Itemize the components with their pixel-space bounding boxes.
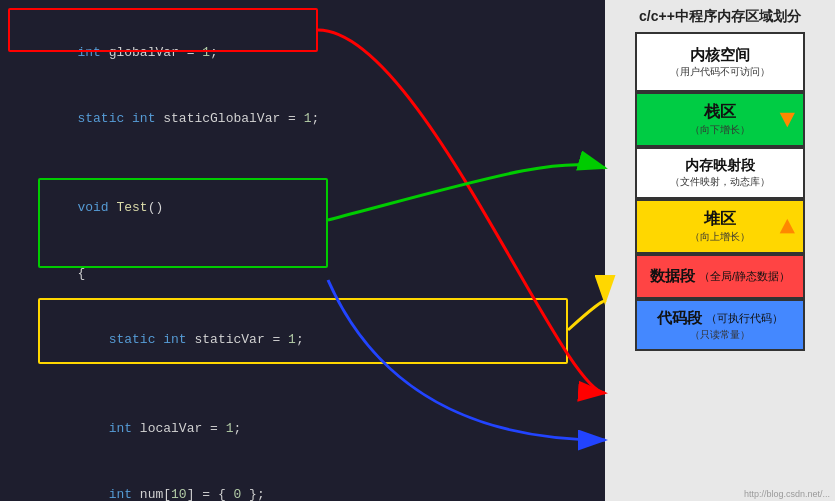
main-container: int globalVar = 1; static int staticGlob… [0,0,835,501]
local-vars-highlight [38,178,328,268]
mem-block-heap: 堆区 （向上增长） ▲ [635,199,805,254]
code-panel: int globalVar = 1; static int staticGlob… [0,0,605,501]
heap-title: 堆区 [704,209,736,230]
code-sub: （只读常量） [690,328,750,342]
code-subtitle-inline: （可执行代码） [706,311,783,326]
code-line-2: static int staticGlobalVar = 1; [15,86,590,152]
heap-sub: （向上增长） [690,230,750,244]
code-line-9: int num[10] = { 0 }; [15,462,590,501]
mem-block-mmap: 内存映射段 （文件映射，动态库） [635,147,805,199]
stack-arrow-down: ▼ [779,107,795,133]
kernel-sub: （用户代码不可访问） [670,65,770,79]
kernel-title: 内核空间 [690,46,750,65]
memory-title: c/c++中程序内存区域划分 [639,8,801,26]
data-subtitle-inline: （全局/静态数据） [699,269,790,284]
stack-sub: （向下增长） [690,123,750,137]
memory-panel: c/c++中程序内存区域划分 内核空间 （用户代码不可访问） 栈区 （向下增长）… [605,0,835,501]
mmap-title: 内存映射段 [685,157,755,175]
mem-block-data: 数据段 （全局/静态数据） [635,254,805,299]
heap-arrow-up: ▲ [779,214,795,240]
code-line-8: int localVar = 1; [15,396,590,462]
heap-alloc-highlight [38,298,568,364]
mmap-sub: （文件映射，动态库） [670,175,770,189]
data-title: 数据段 [650,267,695,286]
watermark: http://blog.csdn.net/... [744,489,830,499]
mem-block-kernel: 内核空间 （用户代码不可访问） [635,32,805,92]
mem-block-code: 代码段 （可执行代码） （只读常量） [635,299,805,351]
code-line-7 [15,374,590,396]
code-line-3 [15,153,590,175]
stack-title: 栈区 [704,102,736,123]
global-vars-highlight [8,8,318,52]
mem-block-stack: 栈区 （向下增长） ▼ [635,92,805,147]
code-title: 代码段 [657,309,702,328]
